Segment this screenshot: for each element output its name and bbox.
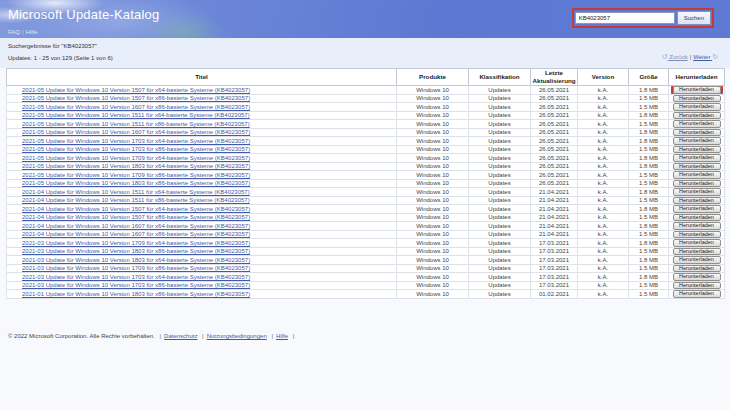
classification-cell: Updates [469,86,531,95]
classification-cell: Updates [469,290,531,299]
download-button[interactable]: Herunterladen [673,95,721,103]
download-button[interactable]: Herunterladen [673,137,721,145]
footer-hilfe-link[interactable]: Hilfe [276,333,288,339]
size-cell: 1.8 MB [629,205,669,214]
update-title-link[interactable]: 2021-03 Update für Windows 10 Version 18… [22,248,250,254]
version-cell: k.A. [578,137,629,146]
update-title-link[interactable]: 2021-04 Update für Windows 10 Version 15… [22,214,250,220]
nutzungsbedingungen-link[interactable]: Nutzungsbedingungen [207,333,267,339]
size-cell: 1.8 MB [629,222,669,231]
download-button[interactable]: Herunterladen [673,103,721,111]
results-table-body: 2021-05 Update für Windows 10 Version 15… [7,86,725,299]
column-header-klassifikation[interactable]: Klassifikation [469,69,531,86]
update-title-link[interactable]: 2021-05 Update für Windows 10 Version 17… [22,146,250,152]
download-button[interactable]: Herunterladen [673,282,721,290]
faq-link[interactable]: FAQ [8,29,20,35]
update-title-link[interactable]: 2021-03 Update für Windows 10 Version 17… [22,265,250,271]
update-title-link[interactable]: 2021-05 Update für Windows 10 Version 16… [22,104,250,110]
download-button[interactable]: Herunterladen [673,205,721,213]
column-header-titel[interactable]: Titel [7,69,397,86]
download-button[interactable]: Herunterladen [673,188,721,196]
last-updated-cell: 26.05.2021 [531,120,578,129]
download-button[interactable]: Herunterladen [673,222,721,230]
update-title-link[interactable]: 2021-05 Update für Windows 10 Version 15… [22,121,250,127]
next-page-link[interactable]: Weiter ↻ [693,54,718,60]
update-title-link[interactable]: 2021-04 Update für Windows 10 Version 15… [22,206,250,212]
classification-cell: Updates [469,205,531,214]
version-cell: k.A. [578,120,629,129]
update-title-link[interactable]: 2021-03 Update für Windows 10 Version 17… [22,282,250,288]
update-title-link[interactable]: 2021-03 Update für Windows 10 Version 17… [22,240,250,246]
update-title-link[interactable]: 2021-05 Update für Windows 10 Version 15… [22,112,250,118]
size-cell: 1.8 MB [629,162,669,171]
version-cell: k.A. [578,86,629,95]
update-title-link[interactable]: 2021-05 Update für Windows 10 Version 17… [22,172,250,178]
version-cell: k.A. [578,264,629,273]
download-button[interactable]: Herunterladen [673,239,721,247]
update-title-link[interactable]: 2021-04 Update für Windows 10 Version 16… [22,223,250,229]
size-cell: 1.5 MB [629,171,669,180]
version-cell: k.A. [578,154,629,163]
update-title-link[interactable]: 2021-05 Update für Windows 10 Version 18… [22,163,250,169]
column-header-version[interactable]: Version [578,69,629,86]
classification-cell: Updates [469,128,531,137]
update-title-link[interactable]: 2021-05 Update für Windows 10 Version 17… [22,138,250,144]
version-cell: k.A. [578,256,629,265]
classification-cell: Updates [469,273,531,282]
download-button[interactable]: Herunterladen [673,214,721,222]
hilfe-link[interactable]: Hilfe [26,29,38,35]
download-button[interactable]: Herunterladen [673,129,721,137]
results-table-wrap: Titel Produkte Klassifikation Letzte Akt… [6,68,724,299]
update-title-link[interactable]: 2021-05 Update für Windows 10 Version 16… [22,129,250,135]
copyright-text: © 2022 Microsoft Corporation. Alle Recht… [8,333,155,339]
update-title-link[interactable]: 2021-04 Update für Windows 10 Version 16… [22,231,250,237]
download-button[interactable]: Herunterladen [673,112,721,120]
download-button[interactable]: Herunterladen [673,290,721,298]
search-button[interactable]: Suchen [677,11,711,25]
download-button[interactable]: Herunterladen [673,120,721,128]
download-button[interactable]: Herunterladen [673,146,721,154]
update-title-link[interactable]: 2021-04 Update für Windows 10 Version 15… [22,189,250,195]
download-button[interactable]: Herunterladen [673,171,721,179]
size-cell: 1.8 MB [629,111,669,120]
update-title-link[interactable]: 2021-05 Update für Windows 10 Version 15… [22,95,250,101]
download-button[interactable]: Herunterladen [673,154,721,162]
download-button[interactable]: Herunterladen [673,265,721,273]
column-header-groesse[interactable]: Größe [629,69,669,86]
table-row: 2021-03 Update für Windows 10 Version 17… [7,281,725,290]
download-button[interactable]: Herunterladen [673,248,721,256]
download-button[interactable]: Herunterladen [673,273,721,281]
version-cell: k.A. [578,111,629,120]
column-header-produkte[interactable]: Produkte [397,69,469,86]
update-title-link[interactable]: 2021-03 Update für Windows 10 Version 17… [22,274,250,280]
table-row: 2021-01 Update für Windows 10 Version 18… [7,290,725,299]
search-input[interactable] [575,12,675,24]
download-button[interactable]: Herunterladen [673,163,721,171]
table-row: 2021-04 Update für Windows 10 Version 15… [7,205,725,214]
update-title-link[interactable]: 2021-05 Update für Windows 10 Version 15… [22,87,250,93]
page-footer: © 2022 Microsoft Corporation. Alle Recht… [8,333,297,339]
update-title-link[interactable]: 2021-04 Update für Windows 10 Version 15… [22,197,250,203]
classification-cell: Updates [469,137,531,146]
product-cell: Windows 10 [397,145,469,154]
version-cell: k.A. [578,196,629,205]
update-title-link[interactable]: 2021-01 Update für Windows 10 Version 18… [22,291,250,297]
last-updated-cell: 21.04.2021 [531,205,578,214]
table-row: 2021-05 Update für Windows 10 Version 17… [7,171,725,180]
download-button[interactable]: Herunterladen [673,180,721,188]
table-row: 2021-04 Update für Windows 10 Version 16… [7,222,725,231]
previous-page-link[interactable]: ↺ Zurück [662,54,688,60]
table-row: 2021-05 Update für Windows 10 Version 18… [7,162,725,171]
product-cell: Windows 10 [397,128,469,137]
update-title-link[interactable]: 2021-05 Update für Windows 10 Version 18… [22,180,250,186]
datenschutz-link[interactable]: Datenschutz [164,333,197,339]
download-button[interactable]: Herunterladen [673,231,721,239]
download-button[interactable]: Herunterladen [673,256,721,264]
update-title-link[interactable]: 2021-05 Update für Windows 10 Version 17… [22,155,250,161]
update-title-link[interactable]: 2021-03 Update für Windows 10 Version 18… [22,257,250,263]
classification-cell: Updates [469,230,531,239]
product-cell: Windows 10 [397,247,469,256]
download-button[interactable]: Herunterladen [673,197,721,205]
download-button[interactable]: Herunterladen [673,86,721,94]
column-header-letzte-aktualisierung[interactable]: Letzte Aktualisierung [531,69,578,86]
